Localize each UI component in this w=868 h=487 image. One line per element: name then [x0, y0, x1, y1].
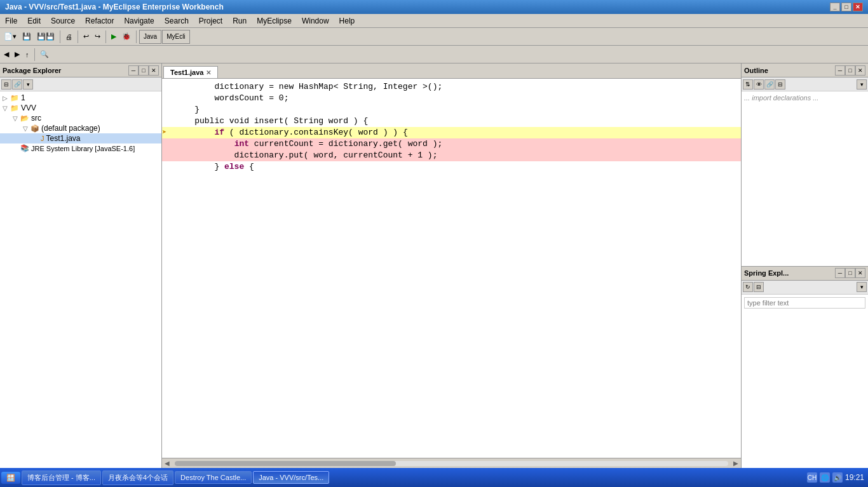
line-indicator-5: ➤ [162, 127, 172, 138]
toolbar-sep-4 [136, 30, 137, 43]
up-button[interactable]: ↑ [23, 48, 32, 62]
line-indicator-2 [162, 93, 172, 104]
pe-maximize-button[interactable]: □ [139, 65, 149, 76]
spring-menu-btn[interactable]: ▾ [857, 282, 867, 292]
tree-item-test1java[interactable]: J Test1.java [0, 133, 161, 143]
code-content-3: } [172, 104, 741, 116]
tree-arrow-1: ▷ [3, 95, 10, 102]
maximize-button[interactable]: □ [841, 3, 851, 11]
outline-menu-btn[interactable]: ▾ [857, 79, 867, 90]
menu-window[interactable]: Window [297, 15, 334, 27]
spring-maximize[interactable]: □ [845, 268, 855, 278]
debug-button[interactable]: 🐞 [119, 30, 133, 44]
spring-filter-input[interactable] [744, 297, 865, 309]
line-indicator-7 [162, 150, 172, 161]
tree-item-defaultpkg[interactable]: ▽ 📦 (default package) [0, 123, 161, 133]
tree-item-1[interactable]: ▷ 📁 1 [0, 93, 161, 103]
search-button[interactable]: 🔍 [37, 48, 51, 62]
spring-explorer-panel: Spring Expl... ─ □ ✕ ↻ ⊟ ▾ [741, 266, 868, 469]
code-line-8: } else { [162, 161, 741, 173]
undo-button[interactable]: ↩ [81, 30, 92, 44]
close-button[interactable]: ✕ [853, 3, 863, 11]
pe-minimize-button[interactable]: ─ [128, 65, 139, 76]
pe-close-button[interactable]: ✕ [149, 65, 159, 76]
tree-icon-jre: 📚 [20, 144, 29, 152]
taskbar-item-3[interactable]: Java - VVV/src/Tes... [253, 471, 329, 484]
tree-label-test1java: Test1.java [46, 134, 81, 143]
save-all-button[interactable]: 💾💾 [34, 30, 57, 44]
outline-hide-btn[interactable]: 👁 [754, 79, 764, 90]
taskbar-item-1[interactable]: 月夜杀会等4个会话 [102, 470, 173, 485]
menu-run[interactable]: Run [227, 15, 252, 27]
spring-close[interactable]: ✕ [855, 268, 865, 278]
spring-title: Spring Expl... [744, 269, 789, 277]
code-line-4: public void insert( String word ) { [162, 116, 741, 127]
menu-help[interactable]: Help [334, 15, 360, 27]
volume-icon: 🔊 [832, 472, 843, 483]
menu-file[interactable]: File [0, 15, 22, 27]
menu-project[interactable]: Project [194, 15, 227, 27]
tree-label-defaultpkg: (default package) [41, 124, 100, 133]
menu-edit[interactable]: Edit [22, 15, 46, 27]
outline-close[interactable]: ✕ [855, 65, 865, 76]
spring-collapse-btn[interactable]: ⊟ [754, 282, 764, 292]
menu-source[interactable]: Source [46, 15, 80, 27]
menu-refactor[interactable]: Refactor [80, 15, 119, 27]
editor-hscroll[interactable]: ◀ ▶ [162, 458, 741, 468]
menu-navigate[interactable]: Navigate [119, 15, 159, 27]
tree-item-jre[interactable]: 📚 JRE System Library [JavaSE-1.6] [0, 143, 161, 153]
line-indicator-8 [162, 161, 172, 173]
spring-toolbar: ↻ ⊟ ▾ [742, 281, 868, 295]
save-button[interactable]: 💾 [20, 30, 34, 44]
spring-refresh-btn[interactable]: ↻ [743, 282, 753, 292]
run-button[interactable]: ▶ [109, 30, 119, 44]
print-button[interactable]: 🖨 [63, 30, 75, 44]
editor-tab-test1java[interactable]: Test1.java ✕ [163, 66, 218, 78]
toolbar2-sep [34, 48, 35, 61]
tree-arrow-vvv: ▽ [3, 105, 10, 112]
new-button[interactable]: 📄▾ [1, 30, 19, 44]
perspective-java[interactable]: Java [139, 30, 161, 44]
toolbar-sep-1 [60, 30, 60, 43]
pe-link-button[interactable]: 🔗 [12, 79, 22, 90]
pe-collapse-button[interactable]: ⊟ [1, 79, 11, 90]
outline-content: ... import declarations ... [742, 91, 868, 266]
tree-item-src[interactable]: ▽ 📂 src [0, 113, 161, 123]
package-explorer-title: Package Explorer [3, 67, 128, 74]
menu-myeclipse[interactable]: MyEclipse [252, 15, 297, 27]
back-button[interactable]: ◀ [1, 48, 11, 62]
tree-icon-project1: 📁 [10, 94, 19, 102]
code-content-4: public void insert( String word ) { [172, 116, 741, 127]
code-line-1: dictionary = new HashMap< String, Intege… [162, 81, 741, 93]
forward-button[interactable]: ▶ [12, 48, 22, 62]
pe-menu-button[interactable]: ▾ [23, 79, 33, 90]
code-content-8: } else { [172, 161, 741, 173]
line-indicator-4 [162, 116, 172, 127]
outline-link-btn[interactable]: 🔗 [764, 79, 775, 90]
code-content-7: dictionary.put( word, currentCount + 1 )… [172, 150, 741, 161]
editor-tab-close[interactable]: ✕ [206, 69, 211, 76]
outline-maximize[interactable]: □ [845, 65, 855, 76]
start-icon: 🪟 [6, 474, 15, 482]
outline-minimize[interactable]: ─ [835, 65, 845, 76]
code-line-7: dictionary.put( word, currentCount + 1 )… [162, 150, 741, 161]
outline-collapse-btn[interactable]: ⊟ [775, 79, 785, 90]
package-explorer-content: ▷ 📁 1 ▽ 📁 VVV ▽ 📂 src ▽ 📦 (default packa… [0, 91, 161, 468]
start-button[interactable]: 🪟 [1, 472, 20, 484]
tree-icon-defaultpkg: 📦 [31, 124, 39, 133]
redo-button[interactable]: ↪ [92, 30, 103, 44]
menu-bar: File Edit Source Refactor Navigate Searc… [0, 14, 868, 28]
outline-sort-btn[interactable]: ⇅ [743, 79, 753, 90]
code-line-3: } [162, 104, 741, 116]
code-content-1: dictionary = new HashMap< String, Intege… [172, 81, 741, 93]
minimize-button[interactable]: _ [830, 3, 840, 11]
package-explorer-header: Package Explorer ─ □ ✕ [0, 63, 161, 77]
taskbar-item-2[interactable]: Destroy The Castle... [175, 471, 252, 484]
menu-search[interactable]: Search [159, 15, 194, 27]
taskbar-item-0[interactable]: 博客后台管理 - 博客... [22, 470, 101, 485]
tree-icon-test1java: J [41, 135, 44, 142]
spring-minimize[interactable]: ─ [835, 268, 845, 278]
perspective-myeclipse[interactable]: MyEcli [162, 30, 189, 44]
tree-label-jre: JRE System Library [JavaSE-1.6] [31, 145, 135, 152]
tree-item-vvv[interactable]: ▽ 📁 VVV [0, 103, 161, 113]
